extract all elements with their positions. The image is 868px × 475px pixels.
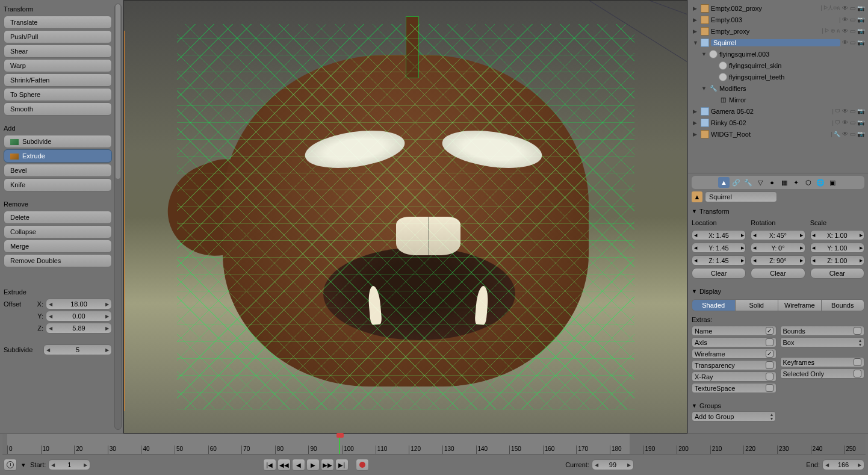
tab-world[interactable]: 🌐: [814, 177, 826, 188]
tool-remove-doubles[interactable]: Remove Doubles: [4, 254, 112, 267]
checkbox[interactable]: [766, 338, 773, 346]
clear-rotation-button[interactable]: Clear: [751, 268, 805, 279]
visibility-toggles[interactable]: 👁 ▭ 📷: [842, 119, 864, 126]
shading-bounds[interactable]: Bounds: [822, 300, 864, 311]
visibility-toggles[interactable]: 👁 ▭ 📷: [842, 108, 864, 114]
shading-solid[interactable]: Solid: [736, 300, 779, 311]
extra-transparency[interactable]: Transparency: [692, 360, 777, 370]
outliner-item[interactable]: ▶WIDGT_Root| 🔧👁 ▭ 📷: [690, 128, 864, 140]
tab-constraints[interactable]: 🔗: [730, 177, 742, 188]
tool-shrink-fatten[interactable]: Shrink/Fatten: [4, 73, 112, 87]
tool-collapse[interactable]: Collapse: [4, 225, 112, 238]
checkbox[interactable]: [766, 384, 773, 392]
tool-subdivide[interactable]: Subdivide: [4, 135, 112, 148]
visibility-toggles[interactable]: 👁 ▭ 📷: [842, 28, 864, 34]
rot-x-spinner[interactable]: ◀X: 45°▶: [751, 230, 805, 240]
bounds-type-dropdown[interactable]: Box▴▾: [780, 337, 865, 347]
loc-y-spinner[interactable]: ◀Y: 1.45▶: [692, 243, 746, 253]
toolshelf-scrollbar[interactable]: [114, 4, 122, 430]
mesh-object[interactable]: [177, 24, 634, 409]
tab-data[interactable]: ▽: [754, 177, 766, 188]
current-frame-spinner[interactable]: ◀99▶: [592, 459, 634, 470]
outliner-item[interactable]: flyingsquirrel_teeth: [690, 71, 864, 82]
checkbox[interactable]: [766, 361, 773, 369]
expand-toggle[interactable]: ▶: [693, 120, 699, 126]
3d-viewport[interactable]: [123, 0, 687, 433]
next-keyframe-button[interactable]: ▶▶: [321, 459, 334, 471]
tool-extrude[interactable]: Extrude: [4, 149, 112, 163]
extra-keyframes[interactable]: Keyframes: [780, 357, 865, 367]
transform-panel-header[interactable]: ▼Transform: [692, 206, 864, 217]
offset-z-spinner[interactable]: ◀5.89▶: [46, 323, 112, 334]
expand-toggle[interactable]: ▶: [693, 17, 699, 23]
tab-render[interactable]: ▣: [826, 177, 838, 188]
start-frame-spinner[interactable]: ◀1▶: [48, 459, 90, 470]
extra-bounds[interactable]: Bounds: [780, 326, 865, 336]
expand-icon[interactable]: ▾: [19, 459, 28, 471]
expand-toggle[interactable]: ▶: [693, 5, 699, 11]
loc-x-spinner[interactable]: ◀X: 1.45▶: [692, 230, 746, 240]
tool-knife[interactable]: Knife: [4, 178, 112, 191]
expand-toggle[interactable]: ▼: [701, 51, 707, 57]
tab-object[interactable]: ▲: [718, 177, 730, 188]
visibility-toggles[interactable]: 👁 ▭ 📷: [842, 5, 864, 11]
extra-axis[interactable]: Axis: [692, 337, 777, 347]
add-to-group-dropdown[interactable]: Add to Group▴▾: [692, 411, 776, 421]
visibility-toggles[interactable]: 👁 ▭ 📷: [842, 131, 864, 137]
outliner-item[interactable]: ▶Empty.002_proxy| ᐅ人፨ጰ👁 ▭ 📷: [690, 2, 864, 14]
checkbox[interactable]: [766, 327, 773, 335]
tab-physics[interactable]: ⬡: [802, 177, 814, 188]
object-name-field[interactable]: Squirrel: [705, 191, 777, 202]
play-reverse-button[interactable]: ◀: [292, 459, 305, 471]
outliner-item[interactable]: ▼flyingsquirrel.003: [690, 48, 864, 60]
loc-z-spinner[interactable]: ◀Z: 1.45▶: [692, 255, 746, 265]
expand-toggle[interactable]: ▶: [693, 28, 699, 34]
timeline-ruler[interactable]: 0102030405060708090100110120130140150160…: [2, 434, 866, 455]
outliner-item[interactable]: ▶Empty_proxy| ᐅ ⊛ ጰ👁 ▭ 📷: [690, 25, 864, 37]
extra-selected-only[interactable]: Selected Only: [780, 368, 865, 379]
outliner-item[interactable]: ▼🔧Modifiers: [690, 82, 864, 94]
checkbox[interactable]: [766, 350, 773, 358]
end-frame-spinner[interactable]: ◀166▶: [822, 459, 864, 470]
expand-toggle[interactable]: ▶: [693, 131, 699, 137]
tool-to-sphere[interactable]: To Sphere: [4, 88, 112, 101]
expand-toggle[interactable]: ▼: [693, 40, 699, 46]
tab-particles[interactable]: ✦: [790, 177, 802, 188]
playhead[interactable]: [339, 434, 340, 454]
editor-type-icon[interactable]: [4, 459, 17, 471]
outliner-item[interactable]: ▼Squirrel👁 ▭ 📷: [690, 37, 864, 48]
extra-texturespace[interactable]: TextureSpace: [692, 383, 777, 393]
tool-warp[interactable]: Warp: [4, 59, 112, 72]
rot-y-spinner[interactable]: ◀Y: 0°▶: [751, 243, 805, 253]
tab-modifiers[interactable]: 🔧: [742, 177, 754, 188]
outliner-item[interactable]: ▶Empty.003|👁 ▭ 📷: [690, 14, 864, 25]
tool-delete[interactable]: Delete: [4, 211, 112, 224]
visibility-toggles[interactable]: 👁 ▭ 📷: [842, 16, 864, 23]
clear-location-button[interactable]: Clear: [692, 268, 746, 279]
outliner[interactable]: ▶Empty.002_proxy| ᐅ人፨ጰ👁 ▭ 📷▶Empty.003|👁 …: [688, 0, 868, 173]
record-button[interactable]: [356, 459, 369, 471]
jump-to-end-button[interactable]: ▶|: [335, 459, 349, 471]
shading-wireframe[interactable]: Wireframe: [778, 300, 822, 311]
prev-keyframe-button[interactable]: ◀◀: [277, 459, 291, 471]
shading-shaded[interactable]: Shaded: [692, 300, 736, 311]
tool-shear[interactable]: Shear: [4, 45, 112, 58]
extra-x-ray[interactable]: X-Ray: [692, 371, 777, 382]
tool-push-pull[interactable]: Push/Pull: [4, 30, 112, 43]
tool-bevel[interactable]: Bevel: [4, 164, 112, 177]
subdivide-spinner[interactable]: ◀5▶: [43, 344, 112, 355]
visibility-toggles[interactable]: 👁 ▭ 📷: [842, 39, 864, 46]
offset-x-spinner[interactable]: ◀18.00▶: [46, 299, 112, 309]
scale-y-spinner[interactable]: ◀Y: 1.00▶: [810, 243, 864, 253]
scale-z-spinner[interactable]: ◀Z: 1.00▶: [810, 255, 864, 265]
outliner-item[interactable]: ▶Rinky 05-02| ⛉👁 ▭ 📷: [690, 117, 864, 128]
outliner-item[interactable]: ◫Mirror: [690, 94, 864, 105]
tool-translate[interactable]: Translate: [4, 16, 112, 29]
expand-toggle[interactable]: ▶: [693, 108, 699, 114]
tool-smooth[interactable]: Smooth: [4, 102, 112, 116]
outliner-item[interactable]: flyingsquirrel_skin: [690, 60, 864, 71]
offset-y-spinner[interactable]: ◀0.00▶: [46, 311, 112, 321]
scale-x-spinner[interactable]: ◀X: 1.00▶: [810, 230, 864, 240]
play-button[interactable]: ▶: [306, 459, 320, 471]
tool-merge[interactable]: Merge: [4, 240, 112, 253]
